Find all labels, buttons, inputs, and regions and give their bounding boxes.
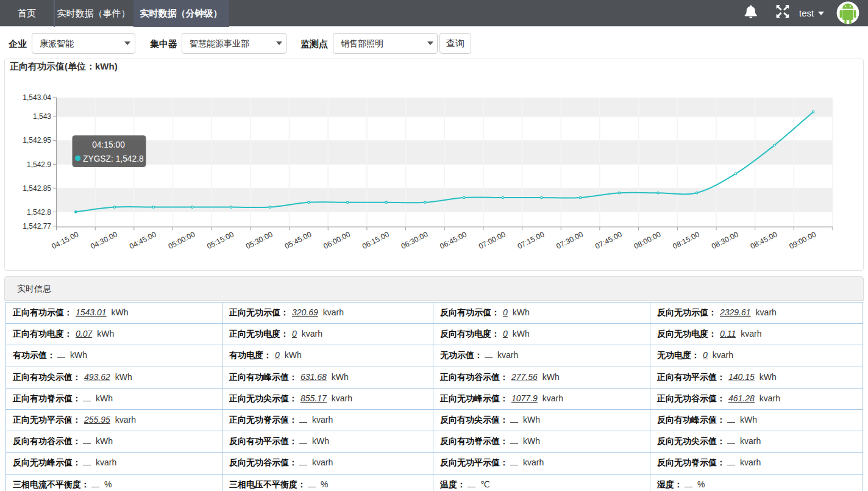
svg-text:1,543.04: 1,543.04 — [23, 93, 51, 102]
svg-text:09:00:00: 09:00:00 — [788, 230, 817, 251]
svg-text:06:00:00: 06:00:00 — [322, 230, 352, 251]
svg-text:08:45:00: 08:45:00 — [749, 230, 779, 251]
svg-text:05:00:00: 05:00:00 — [167, 230, 197, 251]
svg-text:ZYGSZ: 1,542.8: ZYGSZ: 1,542.8 — [83, 154, 144, 163]
svg-text:05:15:00: 05:15:00 — [205, 230, 235, 251]
svg-text:06:45:00: 06:45:00 — [438, 230, 468, 251]
svg-text:06:15:00: 06:15:00 — [361, 230, 391, 251]
svg-text:04:15:00: 04:15:00 — [51, 230, 80, 251]
svg-text:06:30:00: 06:30:00 — [400, 230, 430, 251]
svg-text:1,543: 1,543 — [33, 112, 51, 121]
svg-text:08:30:00: 08:30:00 — [710, 230, 740, 251]
svg-text:07:45:00: 07:45:00 — [594, 230, 624, 251]
svg-text:07:00:00: 07:00:00 — [477, 230, 507, 251]
svg-text:1,542.85: 1,542.85 — [23, 184, 51, 193]
svg-text:1,542.8: 1,542.8 — [27, 208, 51, 217]
svg-text:1,542.77: 1,542.77 — [23, 222, 51, 231]
svg-text:05:45:00: 05:45:00 — [283, 230, 313, 251]
svg-text:04:30:00: 04:30:00 — [89, 230, 119, 251]
svg-text:07:30:00: 07:30:00 — [555, 230, 585, 251]
svg-text:04:45:00: 04:45:00 — [128, 230, 158, 251]
svg-text:1,542.95: 1,542.95 — [23, 136, 51, 145]
svg-text:04:15:00: 04:15:00 — [92, 140, 125, 149]
svg-text:1,542.9: 1,542.9 — [27, 160, 51, 169]
svg-text:07:15:00: 07:15:00 — [516, 230, 546, 251]
svg-text:08:15:00: 08:15:00 — [671, 230, 701, 251]
svg-text:08:00:00: 08:00:00 — [633, 230, 663, 251]
svg-text:05:30:00: 05:30:00 — [244, 230, 274, 251]
